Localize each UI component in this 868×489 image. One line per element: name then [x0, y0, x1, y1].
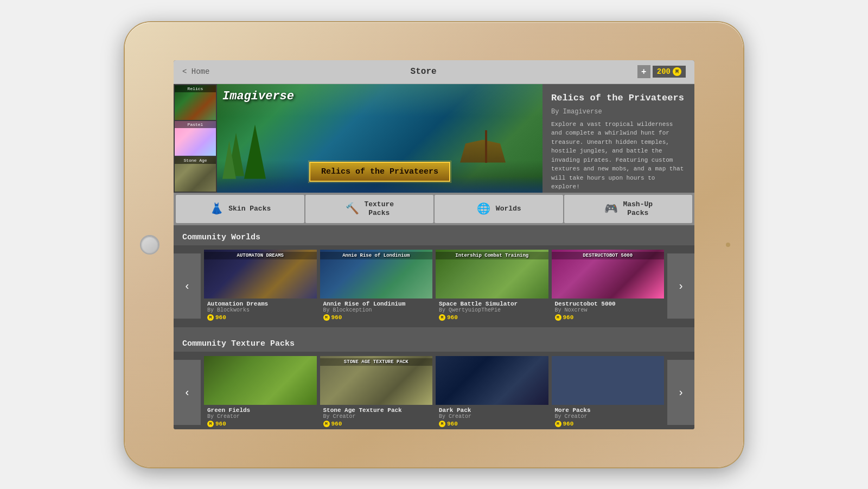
texture-green-img — [204, 356, 317, 405]
add-coins-button[interactable]: + — [637, 65, 650, 78]
automation-price: M 960 — [207, 314, 314, 321]
community-worlds-title: Community Worlds — [174, 230, 694, 245]
tab-skin-packs[interactable]: 👗 Skin Packs — [176, 195, 304, 223]
texture-packs-label: TexturePacks — [364, 200, 394, 217]
thumb-label-privateers: Relics — [175, 85, 216, 92]
stone-title-overlay: STONE AGE TEXTURE PACK — [320, 358, 433, 366]
coins-display: 200 M — [653, 66, 686, 78]
texture-dark-info: Dark Pack By Creator M 960 — [436, 405, 548, 429]
worlds-items: AUTOMATON DREAMS Automation Dreams By Bl… — [201, 250, 667, 323]
featured-banner: Relics Pastel Stone Age Imagiverse — [174, 84, 694, 193]
annie-info: Annie Rise of Londinium By Blockception … — [320, 299, 433, 323]
space-by: By QwertyuiopThePie — [439, 307, 545, 313]
thumb-pastel[interactable]: Pastel — [175, 121, 216, 156]
tab-worlds[interactable]: 🌐 Worlds — [435, 195, 563, 223]
texture-stone-name: Stone Age Texture Pack — [323, 407, 430, 414]
destructo-name: Destructobot 5000 — [555, 301, 661, 307]
coin-icon: M — [673, 67, 681, 76]
list-item[interactable]: Dark Pack By Creator M 960 — [436, 356, 548, 429]
thumb-label-pastel: Pastel — [175, 121, 216, 128]
destructo-title-overlay: DESTRUCTOBOT 5000 — [552, 252, 665, 259]
texture-placeholder-name: More Packs — [555, 407, 661, 414]
coins-value: 200 — [657, 67, 671, 76]
texture-prev-arrow[interactable]: ‹ — [174, 360, 201, 425]
thumb-privateers[interactable]: Relics — [175, 85, 216, 120]
side-indicator — [726, 243, 730, 247]
community-texture-title: Community Texture Packs — [174, 336, 694, 352]
annie-by: By Blockception — [323, 307, 430, 313]
home-button[interactable] — [140, 235, 159, 255]
texture-items: Green Fields By Creator M 960 STON — [201, 356, 667, 429]
texture-dark-by: By Creator — [439, 414, 545, 420]
featured-info-panel: Relics of the Privateers By Imagiverse E… — [542, 84, 694, 193]
texture-packs-icon: 🔨 — [344, 201, 360, 217]
mast-decoration — [485, 130, 487, 163]
list-item[interactable]: Intership Combat Training Space Battle S… — [436, 250, 548, 323]
worlds-next-arrow[interactable]: › — [667, 253, 694, 319]
tree2-decoration — [244, 125, 266, 179]
worlds-carousel: ‹ AUTOMATON DREAMS Automation Dreams By … — [174, 245, 694, 327]
texture-next-arrow[interactable]: › — [667, 360, 694, 425]
annie-coin: M — [323, 314, 330, 321]
featured-title: Relics of the Privateers — [551, 93, 686, 104]
back-button[interactable]: < Home — [182, 67, 209, 76]
banner-main-image[interactable]: Imagiverse Relics of the Privateers — [217, 84, 542, 193]
skin-packs-label: Skin Packs — [228, 205, 271, 213]
texture-green-by: By Creator — [207, 414, 314, 420]
green-coin: M — [207, 421, 214, 427]
mash-up-label: Mash-UpPacks — [623, 200, 653, 217]
automation-title-overlay: AUTOMATON DREAMS — [204, 252, 317, 259]
thumb-stoneage[interactable]: Stone Age — [175, 157, 216, 192]
tab-texture-packs[interactable]: 🔨 TexturePacks — [305, 195, 434, 223]
worlds-prev-arrow[interactable]: ‹ — [174, 253, 201, 319]
space-info: Space Battle Simulator By QwertyuiopTheP… — [436, 299, 548, 323]
banner-label: Relics of the Privateers — [309, 162, 450, 182]
list-item[interactable]: DESTRUCTOBOT 5000 Destructobot 5000 By N… — [552, 250, 665, 323]
world-destructo-img: DESTRUCTOBOT 5000 — [552, 250, 665, 299]
tab-mash-up-packs[interactable]: 🎮 Mash-UpPacks — [564, 195, 693, 223]
banner-thumbnails: Relics Pastel Stone Age — [174, 84, 217, 193]
world-automation-img: AUTOMATON DREAMS — [204, 250, 317, 299]
list-item[interactable]: Annie Rise of Londinium Annie Rise of Lo… — [320, 250, 433, 323]
world-annie-img: Annie Rise of Londinium — [320, 250, 433, 299]
stone-price-value: 960 — [331, 421, 342, 427]
dark-coin: M — [439, 421, 445, 427]
mash-up-icon: 🎮 — [603, 201, 618, 217]
thumb-label-stoneage: Stone Age — [175, 157, 216, 164]
ipad-screen: < Home Store + 200 M Relics — [174, 60, 694, 429]
destructo-price-value: 960 — [563, 314, 574, 321]
community-worlds-section: Community Worlds ‹ AUTOMATON DREAMS Auto… — [174, 225, 694, 332]
automation-info: Automation Dreams By Blockworks M 960 — [204, 299, 317, 323]
texture-green-price: M 960 — [207, 421, 314, 427]
world-space-img: Intership Combat Training — [436, 250, 548, 299]
stone-coin: M — [323, 421, 330, 427]
worlds-label: Worlds — [496, 205, 521, 213]
texture-stone-info: Stone Age Texture Pack By Creator M 960 — [320, 405, 433, 429]
placeholder-coin: M — [555, 421, 561, 427]
featured-author: By Imagiverse — [551, 108, 686, 116]
ship-decoration — [456, 125, 510, 163]
green-price-value: 960 — [215, 421, 226, 427]
texture-dark-price: M 960 — [439, 421, 545, 427]
texture-placeholder-price: M 960 — [555, 421, 661, 427]
coins-widget: + 200 M — [637, 65, 686, 78]
list-item[interactable]: AUTOMATON DREAMS Automation Dreams By Bl… — [204, 250, 317, 323]
texture-dark-img — [436, 356, 548, 405]
automation-name: Automation Dreams — [207, 301, 314, 307]
annie-title-overlay: Annie Rise of Londinium — [320, 252, 433, 259]
space-price: M 960 — [439, 314, 545, 321]
space-name: Space Battle Simulator — [439, 301, 545, 307]
destructo-by: By Noxcrew — [555, 307, 661, 313]
texture-carousel: ‹ Green Fields By Creator M 960 — [174, 352, 694, 429]
ipad-device: < Home Store + 200 M Relics — [125, 22, 743, 467]
header-bar: < Home Store + 200 M — [174, 60, 694, 84]
space-coin: M — [439, 314, 445, 321]
list-item[interactable]: More Packs By Creator M 960 — [552, 356, 665, 429]
texture-stone-img: STONE AGE TEXTURE PACK — [320, 356, 433, 405]
texture-placeholder-img — [552, 356, 665, 405]
texture-stone-by: By Creator — [323, 414, 430, 420]
texture-placeholder-by: By Creator — [555, 414, 661, 420]
list-item[interactable]: STONE AGE TEXTURE PACK Stone Age Texture… — [320, 356, 433, 429]
texture-green-name: Green Fields — [207, 407, 314, 414]
list-item[interactable]: Green Fields By Creator M 960 — [204, 356, 317, 429]
